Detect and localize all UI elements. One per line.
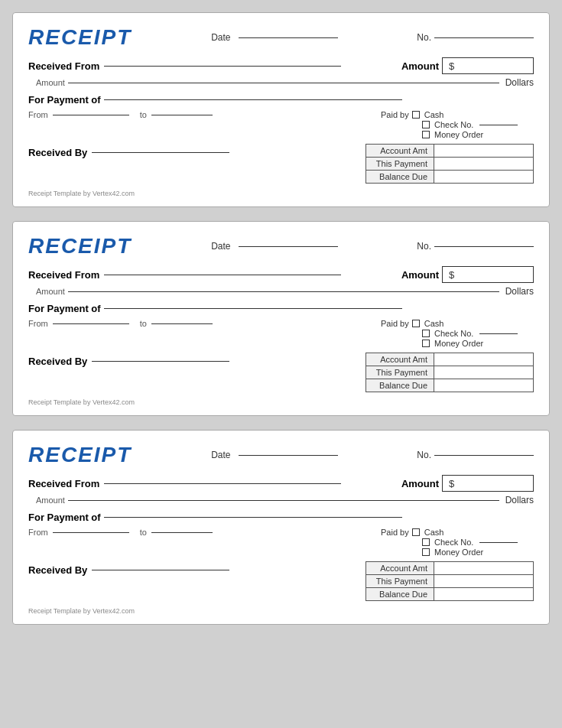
received-from-line-1 (104, 66, 341, 67)
balance-due-row-1: Balance Due (366, 171, 534, 184)
words-line-2 (68, 291, 499, 292)
payment-of-row-3: For Payment of (28, 512, 534, 523)
received-from-3: Received From (28, 478, 401, 489)
no-section-3: No. (417, 450, 534, 460)
words-line-1 (68, 83, 499, 83)
paidby-row-3: Paid by Cash (381, 528, 534, 537)
to-label-2: to (140, 319, 147, 328)
from-paidby-row-3: From to Paid by Cash Check No. Money Ord… (28, 528, 534, 557)
account-table-2: Account Amt This Payment Balance Due (365, 353, 534, 392)
date-section-3: Date (211, 450, 337, 460)
amount-label-3: Amount (401, 478, 439, 489)
date-section-2: Date (211, 241, 337, 252)
cash-label-1: Cash (424, 110, 444, 119)
received-by-table-row-1: Received By Account Amt This Payment Bal… (28, 144, 534, 184)
account-amt-label-cell-3: Account Amt (366, 562, 434, 575)
this-payment-row-2: This Payment (366, 366, 534, 379)
from-line-2 (53, 323, 129, 324)
check-no-line-2 (479, 333, 518, 334)
paid-by-label-1: Paid by (381, 110, 409, 119)
money-order-checkbox-2 (422, 340, 430, 347)
balance-due-value-cell-1 (434, 171, 534, 184)
receipt-card-1: RECEIPT Date No. Received From Amount $ … (12, 12, 550, 207)
payment-of-row-1: For Payment of (28, 94, 534, 106)
balance-due-value-cell-3 (434, 588, 534, 601)
check-row-2: Check No. (381, 329, 534, 338)
receipt-title-3: RECEIPT (28, 443, 132, 467)
dollars-label-3: Dollars (505, 495, 534, 505)
account-amt-value-cell-3 (434, 562, 534, 575)
from-to-3: From to (28, 528, 381, 537)
no-section-1: No. (417, 32, 534, 43)
to-line-2 (151, 323, 213, 324)
no-line-1 (434, 37, 534, 38)
date-label-1: Date (211, 32, 230, 43)
account-amt-value-cell-1 (434, 145, 534, 158)
receipt-header-3: RECEIPT Date No. (28, 443, 534, 467)
received-by-1: Received By (28, 147, 365, 158)
check-checkbox-1 (422, 121, 430, 128)
to-label-3: to (140, 528, 147, 537)
received-by-2: Received By (28, 356, 365, 367)
footer-1: Receipt Template by Vertex42.com (28, 190, 534, 197)
amount-box-1: $ (442, 57, 534, 74)
no-line-3 (434, 455, 534, 456)
from-label-3: From (28, 528, 48, 537)
amount-words-label-1: Amount (36, 78, 65, 87)
no-label-2: No. (417, 241, 431, 252)
amount-box-3: $ (442, 475, 534, 492)
account-amt-value-cell-2 (434, 353, 534, 366)
money-order-label-3: Money Order (434, 548, 483, 557)
date-line-3 (239, 455, 338, 456)
cash-checkbox-2 (412, 320, 420, 327)
to-line-1 (151, 115, 213, 115)
amount-section-3: Amount $ (401, 475, 534, 492)
received-from-line-2 (104, 275, 341, 275)
cash-checkbox-3 (412, 528, 420, 536)
balance-due-label-cell-1: Balance Due (366, 171, 434, 184)
received-from-line-3 (104, 483, 341, 484)
this-payment-value-cell-1 (434, 158, 534, 171)
check-row-3: Check No. (381, 538, 534, 547)
this-payment-value-cell-2 (434, 366, 534, 379)
received-by-table-row-2: Received By Account Amt This Payment Bal… (28, 353, 534, 392)
check-label-2: Check No. (434, 329, 473, 338)
paidby-section-1: Paid by Cash Check No. Money Order (381, 110, 534, 139)
received-from-label-1: Received From (28, 60, 99, 72)
no-line-2 (434, 246, 534, 247)
received-row-2: Received From Amount $ (28, 266, 534, 283)
amount-words-row-3: Amount Dollars (28, 495, 534, 505)
date-line-1 (239, 37, 338, 38)
account-amt-row-1: Account Amt (366, 145, 534, 158)
this-payment-label-cell-3: This Payment (366, 575, 434, 588)
footer-3: Receipt Template by Vertex42.com (28, 607, 534, 615)
paidby-section-2: Paid by Cash Check No. Money Order (381, 319, 534, 348)
paidby-row-2: Paid by Cash (381, 319, 534, 328)
receipt-header-2: RECEIPT Date No. (28, 234, 534, 258)
check-no-line-3 (479, 542, 518, 543)
from-line-1 (53, 115, 129, 115)
receipt-header-1: RECEIPT Date No. (28, 25, 534, 50)
money-order-row-1: Money Order (381, 130, 534, 139)
payment-line-3 (104, 517, 402, 518)
receipt-title-2: RECEIPT (28, 234, 132, 258)
check-label-3: Check No. (434, 538, 473, 547)
amount-words-label-3: Amount (36, 496, 65, 505)
money-order-checkbox-3 (422, 548, 430, 556)
from-paidby-row-1: From to Paid by Cash Check No. Money Ord… (28, 110, 534, 139)
dollars-label-2: Dollars (505, 286, 534, 297)
money-order-checkbox-1 (422, 131, 430, 138)
money-order-label-1: Money Order (434, 130, 483, 139)
cash-label-3: Cash (424, 528, 444, 537)
money-order-row-3: Money Order (381, 548, 534, 557)
balance-due-label-cell-3: Balance Due (366, 588, 434, 601)
account-amt-row-3: Account Amt (366, 562, 534, 575)
footer-2: Receipt Template by Vertex42.com (28, 398, 534, 406)
this-payment-label-cell-1: This Payment (366, 158, 434, 171)
received-from-label-3: Received From (28, 478, 99, 489)
check-checkbox-2 (422, 330, 430, 337)
account-table-1: Account Amt This Payment Balance Due (365, 144, 534, 184)
balance-due-label-cell-2: Balance Due (366, 379, 434, 392)
money-order-row-2: Money Order (381, 339, 534, 348)
balance-due-row-2: Balance Due (366, 379, 534, 392)
